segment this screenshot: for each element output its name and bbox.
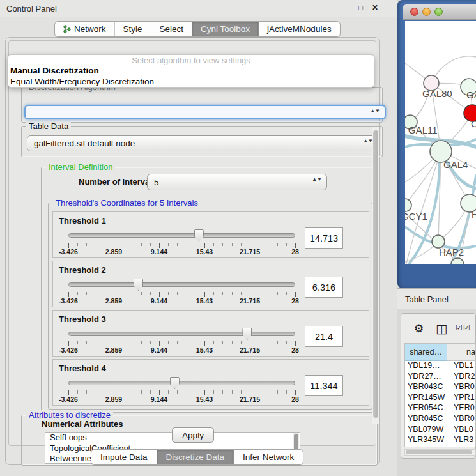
table-horizontal-scrollbar[interactable]	[404, 449, 476, 456]
threshold-3-slider[interactable]	[68, 327, 295, 340]
tab-cyni-toolbox[interactable]: Cyni Toolbox	[192, 22, 258, 36]
threshold-1-slider[interactable]	[68, 229, 295, 242]
cell-shared-name[interactable]: YIL052C	[405, 446, 452, 447]
tick-label: 2.859	[105, 346, 122, 354]
control-panel-titlebar: Control Panel □ ✕	[0, 0, 397, 17]
threshold-2-value-field[interactable]: 6.316	[305, 277, 343, 298]
checkbox-icon[interactable]: ☑	[463, 323, 470, 332]
threshold-4-slider[interactable]	[68, 376, 295, 389]
table-row[interactable]: YBR043CYBR0	[405, 382, 475, 393]
cell-name[interactable]: YBL0	[452, 425, 475, 436]
tab-select[interactable]: Select	[151, 22, 192, 36]
bottom-tab-infer-network-label: Infer Network	[243, 452, 294, 462]
tick-label: 9.144	[151, 297, 167, 305]
cell-name[interactable]: YLR3	[452, 435, 475, 446]
threshold-2-slider[interactable]	[68, 278, 295, 291]
bottom-tab-infer-network[interactable]: Infer Network	[233, 450, 303, 464]
node-label-hap2: HAP2	[439, 247, 464, 257]
cell-shared-name[interactable]: YLR345W	[405, 435, 452, 446]
split-view-icon[interactable]: ◫	[436, 321, 447, 336]
table-row[interactable]: YBL079WYBL0	[405, 425, 475, 436]
table-panel-header: Table Panel	[397, 288, 476, 309]
tab-jactivemnodules[interactable]: jActiveMNodules	[258, 22, 340, 36]
cell-shared-name[interactable]: YPR145W	[405, 393, 452, 404]
float-window-icon[interactable]: □	[358, 3, 363, 12]
settings-icon[interactable]: ⚙	[414, 322, 424, 335]
table-row[interactable]: YLR345WYLR3	[405, 435, 475, 446]
cell-shared-name[interactable]: YDR27…	[405, 372, 452, 383]
dropdown-option-manual-discretization[interactable]: Manual Discretization	[10, 66, 372, 76]
dropdown-prompt: Select algorithm to view settings	[8, 56, 374, 65]
combo-arrows-icon: ▲▼	[312, 176, 322, 182]
table-row[interactable]: YDL19…YDL1	[405, 361, 475, 372]
threshold-4-value-field[interactable]: 11.344	[305, 375, 343, 396]
close-light[interactable]	[410, 8, 418, 16]
cell-shared-name[interactable]: YBL079W	[405, 425, 452, 436]
cell-name[interactable]: YIL0	[452, 446, 475, 447]
cell-name[interactable]: YER0	[452, 403, 475, 414]
network-canvas[interactable]: GACGAL80GAL11GAL4GCY1HHAP2	[405, 21, 476, 264]
thresholds-group-title: Threshold's Coordinates for 5 Intervals	[53, 198, 201, 208]
table-row[interactable]: YIL052CYIL0	[405, 446, 475, 447]
tick-label: 2.859	[105, 297, 122, 305]
number-of-intervals-combobox[interactable]: 5 ▲▼	[147, 174, 327, 190]
table-row[interactable]: YER054CYER0	[405, 403, 475, 414]
threshold-1-value-field[interactable]: 14.713	[305, 227, 343, 249]
slider-thumb[interactable]	[170, 377, 180, 389]
panel-vertical-scrollbar[interactable]	[372, 127, 379, 424]
bottom-tab-impute-data[interactable]: Impute Data	[91, 450, 157, 464]
apply-button[interactable]: Apply	[172, 427, 214, 443]
tab-jactivemnodules-label: jActiveMNodules	[267, 24, 332, 34]
slider-thumb[interactable]	[134, 279, 143, 291]
slider-track[interactable]	[68, 381, 295, 385]
slider-thumb[interactable]	[194, 229, 204, 242]
network-window-titlebar[interactable]	[403, 4, 476, 20]
table-panel-window: ⚙◫☑☑ shared…na YDL19…YDL1YDR27…YDR2YBR04…	[401, 313, 476, 459]
cell-shared-name[interactable]: YBR045C	[405, 414, 452, 425]
table-row[interactable]: YBR045CYBR0	[405, 414, 475, 425]
slider-track[interactable]	[68, 332, 295, 336]
bottom-tab-discretize-data[interactable]: Discretize Data	[157, 450, 234, 464]
node-table: shared…na YDL19…YDL1YDR27…YDR2YBR043CYBR…	[404, 343, 476, 447]
tab-style[interactable]: Style	[114, 22, 151, 36]
slider-track[interactable]	[68, 282, 295, 287]
tick-label: 21.715	[240, 346, 260, 354]
checkbox-icon[interactable]: ☑	[456, 323, 463, 332]
tab-network[interactable]: Network	[55, 22, 114, 36]
node-label-gal4: GAL4	[443, 159, 468, 170]
cell-name[interactable]: YBR0	[452, 382, 475, 393]
threshold-2-label: Threshold 2	[59, 265, 106, 275]
column-header-na[interactable]: na	[447, 344, 475, 361]
network-node-gcy1[interactable]	[405, 199, 411, 211]
cell-name[interactable]: YDR2	[452, 372, 475, 383]
column-header-shared[interactable]: shared…	[405, 344, 447, 361]
tick-label: 15.43	[196, 297, 213, 305]
cell-shared-name[interactable]: YDL19…	[405, 361, 452, 372]
table-row[interactable]: YDR27…YDR2	[405, 372, 475, 383]
algorithm-combobox[interactable]: ▲▼	[24, 105, 386, 119]
tick-label: 15.43	[196, 248, 213, 256]
cell-shared-name[interactable]: YBR043C	[405, 382, 452, 393]
threshold-3-value-field[interactable]: 21.4	[305, 326, 343, 347]
threshold-4-label: Threshold 4	[59, 364, 106, 373]
app-root: Control Panel □ ✕ NetworkStyleSelectCyni…	[0, 0, 476, 476]
slider-track[interactable]	[68, 233, 295, 238]
zoom-light[interactable]	[434, 8, 443, 16]
tick-label: 21.715	[240, 248, 260, 256]
minimize-light[interactable]	[422, 8, 431, 16]
cell-shared-name[interactable]: YER054C	[405, 403, 452, 414]
dropdown-option-equal-width-frequency-discretization[interactable]: Equal Width/Frequency Discretization	[10, 77, 372, 87]
cell-name[interactable]: YPR1	[452, 393, 475, 404]
table-data-combobox[interactable]: galFiltered.sif default node ▲▼	[27, 135, 378, 151]
slider-thumb[interactable]	[242, 328, 252, 340]
cell-name[interactable]: YBR0	[452, 414, 475, 425]
slider-tick-marks	[68, 292, 295, 297]
close-window-icon[interactable]: ✕	[372, 3, 378, 12]
numerical-attributes-label: Numerical Attributes	[42, 419, 123, 429]
table-row[interactable]: YPR145WYPR1	[405, 393, 475, 404]
attributes-group-title: Attributes to discretize	[26, 410, 113, 420]
node-label-ga: GA	[466, 89, 476, 100]
network-node-hap2[interactable]	[432, 235, 445, 248]
cell-name[interactable]: YDL1	[452, 361, 475, 372]
algorithm-dropdown-popup: Select algorithm to view settings Manual…	[8, 54, 374, 88]
